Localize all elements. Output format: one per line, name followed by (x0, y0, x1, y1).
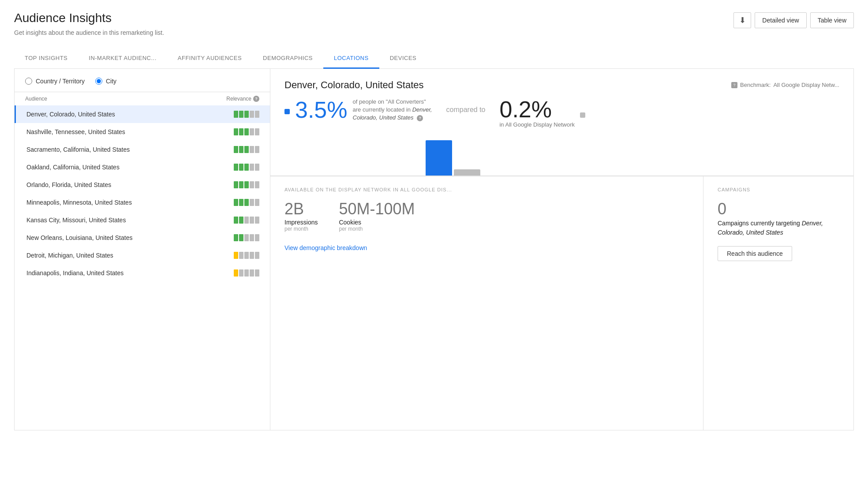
tabs-row: TOP INSIGHTS IN-MARKET AUDIENC... AFFINI… (14, 49, 854, 69)
campaigns-desc: Campaigns currently targeting Denver, Co… (718, 219, 839, 237)
list-item[interactable]: Denver, Colorado, United States (15, 105, 270, 123)
cookies-value: 50M-100M (339, 201, 415, 217)
bar-seg (250, 217, 254, 224)
bar-seg (234, 199, 238, 206)
chart-area (284, 136, 839, 176)
cookies-metric: 50M-100M Cookies per month (339, 201, 415, 232)
page-subtitle: Get insights about the audience in this … (14, 29, 164, 36)
list-item[interactable]: Minneapolis, Minnesota, United States (15, 194, 270, 211)
network-stat-block: 0.2% in All Google Display Network (499, 98, 585, 129)
relevance-bars (234, 128, 259, 135)
bar-seg (255, 234, 259, 241)
radio-city-label[interactable]: City (95, 78, 116, 85)
metrics-section-label: AVAILABLE ON THE DISPLAY NETWORK IN ALL … (284, 187, 689, 192)
impressions-metric: 2B Impressions per month (284, 201, 318, 232)
network-desc: in All Google Display Network (499, 121, 575, 129)
tab-devices[interactable]: DEVICES (379, 49, 427, 69)
right-panel: Denver, Colorado, United States ? Benchm… (270, 69, 853, 430)
bar-seg (250, 269, 254, 277)
view-demographic-link[interactable]: View demographic breakdown (284, 244, 367, 251)
list-item[interactable]: Orlando, Florida, United States (15, 176, 270, 194)
audience-dot (284, 109, 290, 114)
tab-in-market[interactable]: IN-MARKET AUDIENC... (78, 49, 167, 69)
network-dot (580, 112, 585, 118)
list-item[interactable]: Detroit, Michigan, United States (15, 247, 270, 264)
bar-seg (255, 111, 259, 118)
bar-seg (239, 234, 243, 241)
impressions-label: Impressions (284, 219, 318, 226)
relevance-help-icon[interactable]: ? (253, 96, 259, 102)
bar-seg (250, 234, 254, 241)
benchmark-text: Benchmark: (740, 82, 771, 88)
bar-seg (239, 252, 243, 259)
bar-seg (244, 217, 249, 224)
bar-seg (244, 164, 249, 171)
radio-city[interactable] (95, 78, 102, 85)
network-pct: 0.2% (499, 98, 575, 121)
bar-seg (234, 252, 238, 259)
bar-seg (255, 146, 259, 153)
campaigns-section-label: CAMPAIGNS (718, 187, 839, 192)
cookies-sub: per month (339, 226, 415, 232)
list-item[interactable]: Oakland, California, United States (15, 158, 270, 176)
radio-country[interactable] (25, 78, 32, 85)
tab-locations[interactable]: LOCATIONS (323, 49, 379, 69)
tab-top-insights[interactable]: TOP INSIGHTS (14, 49, 78, 69)
benchmark-value: All Google Display Netw... (773, 82, 839, 88)
bar-seg (234, 217, 238, 224)
list-item[interactable]: Sacramento, California, United States (15, 141, 270, 158)
bar-seg (234, 128, 238, 135)
page-title: Audience Insights (14, 11, 164, 26)
detailed-view-button[interactable]: Detailed view (755, 12, 806, 28)
list-item[interactable]: Nashville, Tennessee, United States (15, 123, 270, 141)
benchmark-label: ? Benchmark: All Google Display Netw... (731, 82, 839, 88)
cookies-label: Cookies (339, 219, 415, 226)
reach-audience-button[interactable]: Reach this audience (718, 246, 792, 261)
audience-stat-block: 3.5% of people on "All Converters" are c… (284, 98, 432, 122)
table-view-button[interactable]: Table view (810, 12, 854, 28)
bar-seg (244, 234, 249, 241)
bar-seg (255, 199, 259, 206)
relevance-bars (234, 269, 259, 277)
impressions-value: 2B (284, 201, 318, 217)
bar-seg (255, 269, 259, 277)
stats-row: 3.5% of people on "All Converters" are c… (284, 98, 839, 136)
location-name: Kansas City, Missouri, United States (26, 217, 234, 224)
bar-seg (244, 181, 249, 188)
bar-seg (250, 252, 254, 259)
list-item[interactable]: New Orleans, Louisiana, United States (15, 229, 270, 247)
audience-pct-block: 3.5% (295, 98, 348, 121)
tab-demographics[interactable]: DEMOGRAPHICS (252, 49, 323, 69)
download-icon: ⬇ (739, 15, 746, 25)
bar-seg (239, 146, 243, 153)
location-name: New Orleans, Louisiana, United States (26, 234, 234, 241)
radio-row: Country / Territory City (15, 69, 270, 92)
header-actions: ⬇ Detailed view Table view (733, 12, 854, 28)
list-item[interactable]: Kansas City, Missouri, United States (15, 211, 270, 229)
location-name: Indianapolis, Indiana, United States (26, 269, 234, 277)
audience-desc-help-icon[interactable]: ? (417, 115, 423, 121)
bar-seg (244, 128, 249, 135)
header-left: Audience Insights Get insights about the… (14, 11, 164, 36)
bar-seg (234, 181, 238, 188)
bar-seg (239, 164, 243, 171)
bar-seg (239, 181, 243, 188)
network-pct-block: 0.2% in All Google Display Network (499, 98, 575, 129)
location-list: Denver, Colorado, United States Nashvill… (15, 105, 270, 430)
tab-affinity[interactable]: AFFINITY AUDIENCES (167, 49, 252, 69)
left-panel: Country / Territory City Audience Releva… (15, 69, 270, 430)
location-name: Detroit, Michigan, United States (26, 252, 234, 259)
download-button[interactable]: ⬇ (733, 12, 751, 28)
location-name: Nashville, Tennessee, United States (26, 128, 234, 135)
compared-to-label: compared to (432, 106, 500, 114)
page-container: Audience Insights Get insights about the… (0, 0, 868, 486)
list-item[interactable]: Indianapolis, Indiana, United States (15, 264, 270, 282)
radio-country-label[interactable]: Country / Territory (25, 78, 85, 85)
benchmark-help-icon[interactable]: ? (731, 82, 737, 88)
bottom-area: AVAILABLE ON THE DISPLAY NETWORK IN ALL … (270, 176, 853, 430)
bar-seg (255, 217, 259, 224)
metrics-panel: AVAILABLE ON THE DISPLAY NETWORK IN ALL … (270, 176, 703, 430)
radio-city-text: City (106, 78, 116, 85)
radio-country-text: Country / Territory (36, 78, 85, 85)
detail-title-row: Denver, Colorado, United States ? Benchm… (284, 79, 839, 91)
